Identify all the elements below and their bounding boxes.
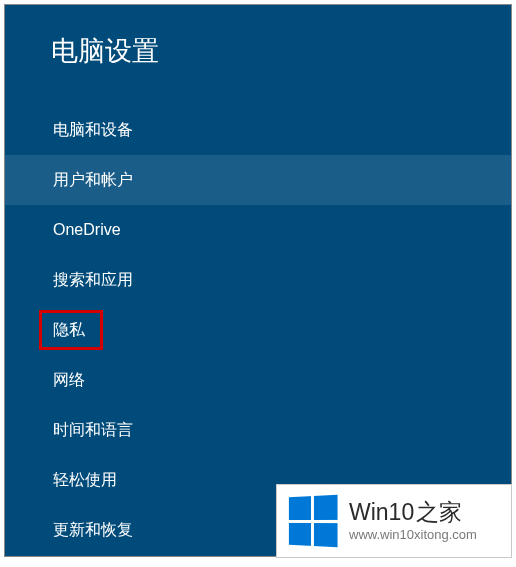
nav-item-label: 搜索和应用	[53, 270, 133, 291]
logo-tile	[289, 496, 311, 519]
watermark-brand-suffix: 之家	[416, 499, 462, 525]
nav-item-label: 轻松使用	[53, 470, 117, 491]
watermark-brand: Win10之家	[349, 500, 477, 525]
nav-item-label: 用户和帐户	[53, 170, 133, 191]
nav-item-label: 更新和恢复	[53, 520, 133, 541]
logo-tile	[289, 522, 311, 545]
nav-item-label: 电脑和设备	[53, 120, 133, 141]
windows-logo-icon	[289, 495, 338, 548]
nav-item-label: 时间和语言	[53, 420, 133, 441]
nav-item-pc-devices[interactable]: 电脑和设备	[5, 105, 511, 155]
watermark-badge: Win10之家 www.win10xitong.com	[276, 484, 512, 558]
nav-item-label: 网络	[53, 370, 85, 391]
watermark-text: Win10之家 www.win10xitong.com	[349, 500, 477, 542]
nav-item-search-apps[interactable]: 搜索和应用	[5, 255, 511, 305]
nav-item-privacy[interactable]: 隐私	[5, 305, 511, 355]
nav-item-time-language[interactable]: 时间和语言	[5, 405, 511, 455]
watermark-brand-main: Win10	[349, 499, 414, 525]
watermark-url: www.win10xitong.com	[349, 527, 477, 542]
nav-item-onedrive[interactable]: OneDrive	[5, 205, 511, 255]
nav-item-label: OneDrive	[53, 221, 121, 239]
nav-item-network[interactable]: 网络	[5, 355, 511, 405]
nav-item-users-accounts[interactable]: 用户和帐户	[5, 155, 511, 205]
logo-tile	[313, 523, 337, 548]
nav-item-label: 隐私	[53, 320, 85, 341]
logo-tile	[313, 495, 337, 520]
page-title: 电脑设置	[5, 5, 511, 69]
settings-panel: 电脑设置 电脑和设备 用户和帐户 OneDrive 搜索和应用 隐私 网络 时间…	[4, 4, 512, 557]
